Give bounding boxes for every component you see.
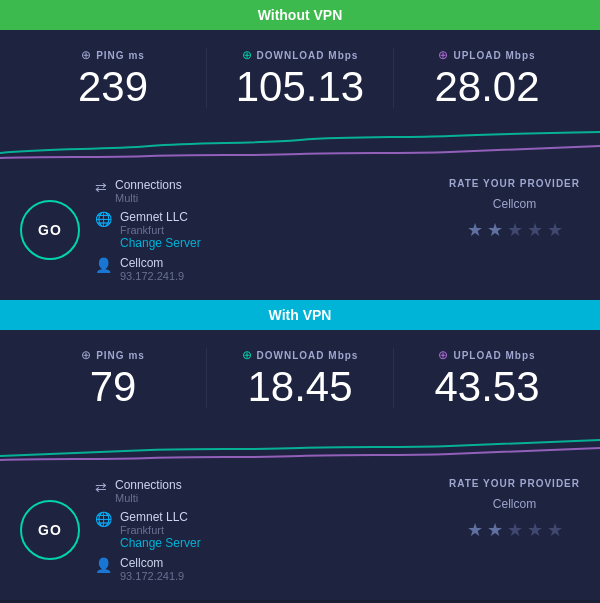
ping-header: ⊕ PING ms <box>81 348 145 362</box>
section-header-with-vpn: With VPN <box>0 300 600 330</box>
server-row: 🌐 Gemnet LLC Frankfurt Change Server <box>95 510 201 550</box>
metrics-row: ⊕ PING ms 79 ⊕ DOWNLOAD Mbps 18.45 ⊕ UPL… <box>0 330 600 418</box>
person-icon: 👤 <box>95 557 112 573</box>
info-row: GO ⇄ Connections Multi 🌐 Gemnet LLC Fran… <box>0 168 600 300</box>
connections-value: Multi <box>115 492 182 504</box>
upload-label: UPLOAD Mbps <box>453 350 535 361</box>
star-2[interactable]: ★ <box>487 519 503 541</box>
right-info: RATE YOUR PROVIDERCellcom★★★★★ <box>449 478 580 541</box>
upload-value: 43.53 <box>434 366 539 408</box>
rate-label: RATE YOUR PROVIDER <box>449 478 580 489</box>
star-2[interactable]: ★ <box>487 219 503 241</box>
connections-text: Connections Multi <box>115 478 182 504</box>
isp-name: Cellcom <box>120 556 184 570</box>
star-5[interactable]: ★ <box>547 519 563 541</box>
download-icon: ⊕ <box>242 348 252 362</box>
upload-icon: ⊕ <box>438 348 448 362</box>
panel-no-vpn: ⊕ PING ms 239 ⊕ DOWNLOAD Mbps 105.13 ⊕ U… <box>0 30 600 300</box>
left-info: GO ⇄ Connections Multi 🌐 Gemnet LLC Fran… <box>20 178 201 282</box>
star-5[interactable]: ★ <box>547 219 563 241</box>
star-3[interactable]: ★ <box>507 219 523 241</box>
connections-row: ⇄ Connections Multi <box>95 478 201 504</box>
star-4[interactable]: ★ <box>527 519 543 541</box>
provider-name: Cellcom <box>493 497 536 511</box>
go-button[interactable]: GO <box>20 200 80 260</box>
right-info: RATE YOUR PROVIDERCellcom★★★★★ <box>449 178 580 241</box>
download-metric: ⊕ DOWNLOAD Mbps 18.45 <box>207 348 393 408</box>
star-1[interactable]: ★ <box>467 519 483 541</box>
server-location: Frankfurt <box>120 224 201 236</box>
rate-label: RATE YOUR PROVIDER <box>449 178 580 189</box>
download-icon: ⊕ <box>242 48 252 62</box>
connections-icon: ⇄ <box>95 179 107 195</box>
upload-label: UPLOAD Mbps <box>453 50 535 61</box>
section-header-no-vpn: Without VPN <box>0 0 600 30</box>
server-row: 🌐 Gemnet LLC Frankfurt Change Server <box>95 210 201 250</box>
connections-label: Connections <box>115 178 182 192</box>
isp-name: Cellcom <box>120 256 184 270</box>
change-server-link[interactable]: Change Server <box>120 536 201 550</box>
speed-chart <box>0 118 600 163</box>
download-value: 105.13 <box>236 66 364 108</box>
metrics-row: ⊕ PING ms 239 ⊕ DOWNLOAD Mbps 105.13 ⊕ U… <box>0 30 600 118</box>
server-info: ⇄ Connections Multi 🌐 Gemnet LLC Frankfu… <box>95 478 201 582</box>
globe-icon: 🌐 <box>95 211 112 227</box>
star-rating[interactable]: ★★★★★ <box>467 219 563 241</box>
download-label: DOWNLOAD Mbps <box>257 350 359 361</box>
upload-metric: ⊕ UPLOAD Mbps 28.02 <box>394 48 580 108</box>
star-3[interactable]: ★ <box>507 519 523 541</box>
ping-icon: ⊕ <box>81 348 91 362</box>
upload-icon: ⊕ <box>438 48 448 62</box>
ping-label: PING ms <box>96 350 145 361</box>
change-server-link[interactable]: Change Server <box>120 236 201 250</box>
upload-value: 28.02 <box>434 66 539 108</box>
connections-value: Multi <box>115 192 182 204</box>
speed-chart <box>0 418 600 463</box>
upload-metric: ⊕ UPLOAD Mbps 43.53 <box>394 348 580 408</box>
download-label: DOWNLOAD Mbps <box>257 50 359 61</box>
upload-header: ⊕ UPLOAD Mbps <box>438 348 535 362</box>
download-header: ⊕ DOWNLOAD Mbps <box>242 348 359 362</box>
left-info: GO ⇄ Connections Multi 🌐 Gemnet LLC Fran… <box>20 478 201 582</box>
ping-metric: ⊕ PING ms 239 <box>20 48 206 108</box>
chart-svg <box>0 118 600 163</box>
ping-value: 79 <box>90 366 137 408</box>
download-header: ⊕ DOWNLOAD Mbps <box>242 48 359 62</box>
download-metric: ⊕ DOWNLOAD Mbps 105.13 <box>207 48 393 108</box>
ping-header: ⊕ PING ms <box>81 48 145 62</box>
isp-ip: 93.172.241.9 <box>120 270 184 282</box>
provider-name: Cellcom <box>493 197 536 211</box>
ping-icon: ⊕ <box>81 48 91 62</box>
connections-text: Connections Multi <box>115 178 182 204</box>
server-name: Gemnet LLC <box>120 510 201 524</box>
isp-text: Cellcom 93.172.241.9 <box>120 256 184 282</box>
server-text: Gemnet LLC Frankfurt Change Server <box>120 210 201 250</box>
person-icon: 👤 <box>95 257 112 273</box>
ping-value: 239 <box>78 66 148 108</box>
server-name: Gemnet LLC <box>120 210 201 224</box>
isp-ip: 93.172.241.9 <box>120 570 184 582</box>
isp-row: 👤 Cellcom 93.172.241.9 <box>95 556 201 582</box>
globe-icon: 🌐 <box>95 511 112 527</box>
chart-svg <box>0 418 600 463</box>
connections-label: Connections <box>115 478 182 492</box>
star-rating[interactable]: ★★★★★ <box>467 519 563 541</box>
connections-row: ⇄ Connections Multi <box>95 178 201 204</box>
server-location: Frankfurt <box>120 524 201 536</box>
info-row: GO ⇄ Connections Multi 🌐 Gemnet LLC Fran… <box>0 468 600 600</box>
connections-icon: ⇄ <box>95 479 107 495</box>
upload-header: ⊕ UPLOAD Mbps <box>438 48 535 62</box>
star-1[interactable]: ★ <box>467 219 483 241</box>
ping-metric: ⊕ PING ms 79 <box>20 348 206 408</box>
ping-label: PING ms <box>96 50 145 61</box>
isp-row: 👤 Cellcom 93.172.241.9 <box>95 256 201 282</box>
download-value: 18.45 <box>247 366 352 408</box>
isp-text: Cellcom 93.172.241.9 <box>120 556 184 582</box>
star-4[interactable]: ★ <box>527 219 543 241</box>
go-button[interactable]: GO <box>20 500 80 560</box>
server-text: Gemnet LLC Frankfurt Change Server <box>120 510 201 550</box>
panel-with-vpn: ⊕ PING ms 79 ⊕ DOWNLOAD Mbps 18.45 ⊕ UPL… <box>0 330 600 600</box>
server-info: ⇄ Connections Multi 🌐 Gemnet LLC Frankfu… <box>95 178 201 282</box>
